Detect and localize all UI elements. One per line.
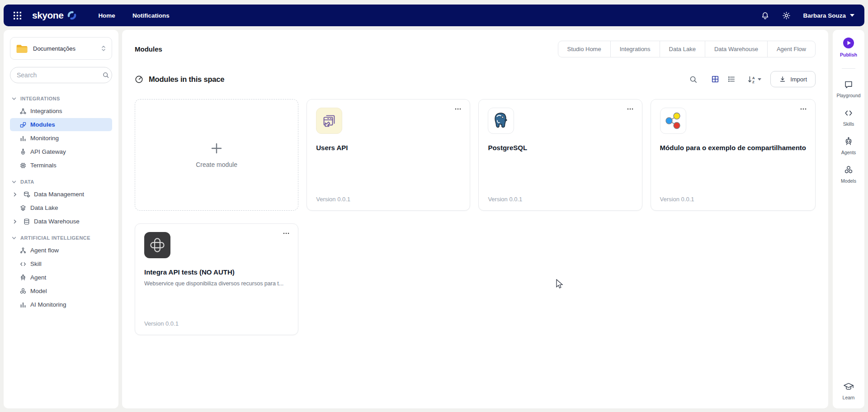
module-card-users-api[interactable]: Users API Version 0.0.1 [307, 99, 470, 211]
select-updown-icon [101, 45, 106, 52]
group-artificial-intelligence[interactable]: ARTIFICIAL INTELLIGENCE [10, 232, 112, 243]
group-label: INTEGRATIONS [20, 96, 60, 101]
sidebar-item-label: Data Warehouse [34, 218, 80, 225]
module-version: Version 0.0.1 [488, 196, 522, 203]
card-menu-icon[interactable] [282, 231, 291, 236]
workspace-select[interactable]: Documentações [10, 37, 112, 60]
sidebar-item-label: Monitoring [30, 135, 59, 142]
bell-icon[interactable] [760, 11, 770, 20]
card-menu-icon[interactable] [799, 107, 808, 111]
rail-label: Models [841, 178, 856, 184]
brand-logo[interactable]: skyone [32, 10, 77, 21]
sidebar-item-agent[interactable]: Agent [10, 271, 112, 284]
search-input[interactable] [17, 71, 99, 79]
sidebar-item-data-warehouse[interactable]: Data Warehouse [10, 215, 112, 228]
rail-item-learn[interactable]: Learn [843, 382, 855, 400]
card-menu-icon[interactable] [626, 107, 635, 111]
nav-links: Home Notifications [98, 12, 169, 19]
sidebar-item-data-lake[interactable]: Data Lake [10, 201, 112, 214]
tab-data-lake[interactable]: Data Lake [660, 41, 705, 57]
sidebar-item-modules[interactable]: Modules [10, 118, 112, 131]
sidebar-item-integrations[interactable]: Integrations [10, 104, 112, 118]
nav-link-notifications[interactable]: Notifications [132, 12, 170, 19]
svg-text:A: A [752, 76, 755, 80]
group-label: ARTIFICIAL INTELLIGENCE [20, 235, 90, 241]
divider [842, 68, 855, 69]
knot-icon [144, 232, 170, 258]
sidebar-item-label: Data Management [34, 191, 84, 198]
card-menu-icon[interactable] [453, 107, 462, 111]
tab-integrations[interactable]: Integrations [610, 41, 660, 57]
ai-monitoring-icon [19, 301, 27, 308]
svg-text:Z: Z [752, 80, 755, 83]
module-card-compartilhamento[interactable]: Módulo para o exemplo de compartilhament… [651, 99, 816, 211]
user-menu[interactable]: Barbara Souza [803, 12, 854, 19]
sidebar-item-label: Terminals [30, 162, 57, 169]
sort-az-button[interactable]: A Z [747, 75, 761, 84]
nav-link-home[interactable]: Home [98, 12, 115, 19]
rail-label: Playground [836, 93, 860, 98]
tab-studio-home[interactable]: Studio Home [558, 41, 610, 57]
sidebar-item-label: Data Lake [30, 204, 58, 211]
list-view-icon[interactable] [726, 74, 736, 84]
chevron-right-icon[interactable] [14, 219, 19, 224]
caret-down-icon [850, 14, 854, 17]
create-module-label: Create module [196, 161, 237, 168]
rail-label: Agents [841, 150, 856, 155]
sidebar-item-ai-monitoring[interactable]: AI Monitoring [10, 298, 112, 311]
sidebar-item-monitoring[interactable]: Monitoring [10, 132, 112, 145]
sidebar-item-label: Model [30, 288, 47, 294]
create-module-card[interactable]: Create module [135, 99, 298, 211]
import-button[interactable]: Import [770, 71, 816, 87]
postgresql-logo-icon [488, 108, 514, 134]
module-title: Integra API tests (NO AUTH) [144, 268, 289, 276]
top-navbar: skyone Home Notifications Barbara Souza [4, 5, 864, 26]
studio-tabs: Studio Home Integrations Data Lake Data … [558, 41, 816, 57]
playground-icon [844, 80, 854, 90]
sidebar-item-data-management[interactable]: Data Management [10, 188, 112, 201]
rail-label: Publish [840, 52, 857, 57]
sidebar-item-label: Modules [30, 121, 55, 128]
sidebar-item-label: Skill [30, 260, 42, 267]
rail-label: Learn [843, 395, 855, 400]
module-card-postgresql[interactable]: PostgreSQL Version 0.0.1 [478, 99, 642, 211]
sidebar-item-api-gateway[interactable]: API Gateway [10, 145, 112, 158]
rail-item-agents[interactable]: Agents [841, 137, 856, 155]
chevron-right-icon[interactable] [14, 192, 19, 197]
group-label: DATA [20, 179, 34, 185]
clock-icon [135, 75, 143, 84]
model-icon [19, 288, 27, 295]
chevron-down-icon [12, 180, 16, 184]
sidebar-item-agent-flow[interactable]: Agent flow [10, 244, 112, 257]
module-description: Webservice que disponibiliza diversos re… [144, 280, 289, 287]
tab-data-warehouse[interactable]: Data Warehouse [705, 41, 767, 57]
workspace-label: Documentações [33, 45, 96, 52]
agents-icon [844, 137, 854, 147]
sidebar-item-terminals[interactable]: Terminals [10, 159, 112, 172]
brand-swirl-icon [66, 10, 77, 21]
plus-icon [210, 142, 223, 155]
gear-icon[interactable] [782, 11, 791, 20]
search-icon[interactable] [102, 71, 109, 79]
sidebar-item-skill[interactable]: Skill [10, 257, 112, 270]
rail-item-models[interactable]: Models [841, 165, 856, 184]
tab-agent-flow[interactable]: Agent Flow [767, 41, 815, 57]
group-integrations[interactable]: INTEGRATIONS [10, 93, 112, 104]
rail-item-skills[interactable]: Skills [843, 108, 854, 127]
publish-icon [843, 37, 854, 49]
skill-icon [19, 260, 27, 268]
integrations-icon [19, 108, 27, 115]
data-management-icon [23, 191, 30, 198]
section-title: Modules in this space [149, 75, 224, 84]
data-warehouse-icon [23, 218, 30, 225]
module-version: Version 0.0.1 [660, 196, 694, 203]
sidebar-item-model[interactable]: Model [10, 284, 112, 298]
rail-item-publish[interactable]: Publish [840, 37, 857, 57]
grid-view-icon[interactable] [710, 74, 720, 84]
chevron-down-icon [12, 237, 16, 240]
search-icon[interactable] [688, 74, 698, 85]
rail-item-playground[interactable]: Playground [836, 80, 860, 98]
module-card-integra-api-tests[interactable]: Integra API tests (NO AUTH) Webservice q… [135, 223, 298, 335]
group-data[interactable]: DATA [10, 176, 112, 187]
app-grid-icon[interactable] [14, 12, 21, 19]
